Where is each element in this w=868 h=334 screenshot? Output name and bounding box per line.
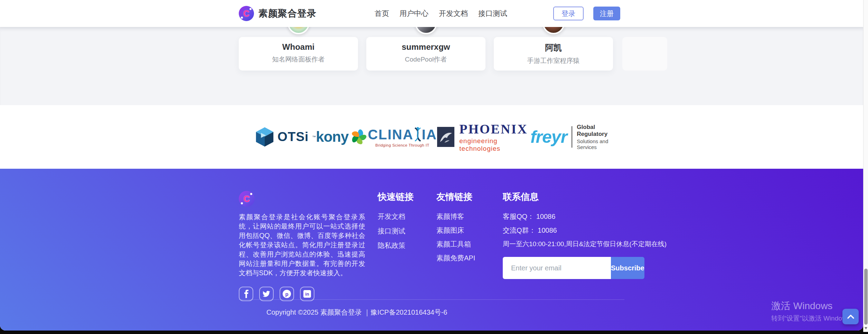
card-user-name: Whoami (239, 42, 358, 52)
nav-item-user-center[interactable]: 用户中心 (399, 9, 428, 18)
logo-letter: C (243, 9, 249, 19)
email-input[interactable] (503, 257, 611, 279)
logo-letter: C (244, 194, 250, 204)
chevron-up-icon (847, 314, 855, 319)
testimonial-card: Whoami 知名网络面板作者 (239, 37, 358, 71)
partner-logo-otsi: OTSi ™ (255, 127, 316, 147)
card-user-desc: 手游工作室程序猿 (494, 56, 613, 65)
webpage: C 素颜聚合登录 首页 用户中心 开发文档 接口测试 登录 注册 (0, 0, 863, 331)
card-user-name: 阿凯 (494, 42, 613, 53)
scroll-to-top-button[interactable] (842, 309, 859, 324)
testimonial-card: 阿凯 手游工作室程序猿 (494, 37, 613, 71)
contact-qq-group: 交流Q群： 10086 (503, 226, 624, 235)
twitter-icon[interactable] (259, 287, 274, 301)
testimonial-row: Whoami 知名网络面板作者 summerxgw CodePool作者 阿凯 … (239, 37, 624, 71)
quick-link-privacy[interactable]: 隐私政策 (378, 241, 426, 250)
newsletter-form: Subscribe (503, 257, 624, 279)
partner-logo-phoenix: PHOENIX engineering technologies (437, 121, 530, 152)
footer-about-text: 素颜聚合登录是社会化账号聚合登录系统，让网站的最终用户可以一站式选择使用包括QQ… (239, 212, 365, 278)
footer-friend-links-column: 友情链接 素颜博客 素颜图床 素颜工具箱 素颜免费API (436, 191, 492, 301)
friend-link-imagebed[interactable]: 素颜图床 (436, 226, 492, 235)
quick-link-api-test[interactable]: 接口测试 (378, 226, 426, 236)
freyr-wordmark: freyr (530, 127, 567, 147)
otsi-trademark: ™ (312, 135, 316, 139)
partner-logos-section: OTSi ™ kony CLINA (0, 105, 863, 169)
quick-links-title: 快速链接 (378, 191, 426, 203)
kony-pinwheel-icon (350, 128, 368, 146)
partner-logo-clinasia: CLINA IA Bridging Science Through IT (368, 127, 437, 147)
quick-link-dev-docs[interactable]: 开发文档 (378, 212, 426, 221)
login-button[interactable]: 登录 (553, 7, 584, 20)
testimonial-section: Whoami 知名网络面板作者 summerxgw CodePool作者 阿凯 … (0, 27, 863, 105)
subscribe-button[interactable]: Subscribe (611, 257, 644, 279)
browser-scrollbar (863, 0, 868, 332)
clinasia-wordmark-left: CLINA (368, 127, 413, 142)
scrollbar-thumb[interactable] (864, 269, 868, 325)
card-user-name: summerxgw (366, 42, 485, 52)
site-logo-icon: C (239, 6, 254, 21)
clinasia-helix-icon (414, 127, 422, 142)
partner-logo-freyr: freyr Global Regulatory Solutions and Se… (530, 124, 608, 150)
footer-logo-icon: C (239, 191, 255, 207)
clinasia-tagline: Bridging Science Through IT (375, 143, 429, 147)
auth-buttons: 登录 注册 (553, 7, 624, 20)
site-title: 素颜聚合登录 (258, 7, 317, 20)
footer-quick-links-column: 快速链接 开发文档 接口测试 隐私政策 (378, 191, 426, 301)
site-footer: C 素颜聚合登录是社会化账号聚合登录系统，让网站的最终用户可以一站式选择使用包括… (0, 169, 863, 331)
otsi-cube-icon (255, 127, 274, 147)
testimonial-card-partial (622, 37, 667, 71)
scrollbar-down-arrow[interactable] (865, 327, 867, 330)
friend-link-toolbox[interactable]: 素颜工具箱 (436, 240, 492, 249)
footer-about-column: C 素颜聚合登录是社会化账号聚合登录系统，让网站的最终用户可以一站式选择使用包括… (239, 191, 365, 301)
card-user-desc: 知名网络面板作者 (239, 55, 358, 64)
pinterest-icon[interactable]: p (280, 287, 294, 301)
friend-links-title: 友情链接 (436, 191, 492, 203)
nav-item-dev-docs[interactable]: 开发文档 (439, 9, 468, 18)
footer-divider (239, 299, 624, 300)
facebook-icon[interactable] (239, 287, 253, 301)
site-header: C 素颜聚合登录 首页 用户中心 开发文档 接口测试 登录 注册 (0, 0, 863, 27)
card-user-desc: CodePool作者 (366, 55, 485, 64)
kony-wordmark: kony (316, 129, 348, 145)
freyr-tagline-line1: Global Regulatory (577, 124, 608, 138)
freyr-tagline-line2: Solutions and Services (577, 138, 608, 150)
freyr-divider-bar (571, 126, 573, 148)
linkedin-icon[interactable]: in (300, 287, 314, 301)
brand[interactable]: C 素颜聚合登录 (239, 6, 317, 21)
friend-link-free-api[interactable]: 素颜免费API (436, 253, 492, 263)
friend-link-blog[interactable]: 素颜博客 (436, 212, 492, 221)
testimonial-card: summerxgw CodePool作者 (366, 37, 485, 71)
clinasia-wordmark-right: IA (422, 127, 437, 142)
footer-contact-column: 联系信息 客服QQ： 10086 交流Q群： 10086 周一至六10:00-2… (503, 191, 624, 301)
main-nav: 首页 用户中心 开发文档 接口测试 (375, 9, 507, 18)
phoenix-wordmark: PHOENIX (459, 121, 530, 137)
partner-logo-kony: kony (316, 128, 368, 146)
contact-qq: 客服QQ： 10086 (503, 212, 624, 221)
phoenix-bird-icon (437, 127, 455, 147)
phoenix-tagline: engineering technologies (459, 137, 530, 152)
contact-title: 联系信息 (503, 191, 624, 203)
copyright-text: Copyright ©2025 素颜聚合登录 ｜豫ICP备2021016434号… (239, 308, 624, 317)
nav-item-home[interactable]: 首页 (375, 9, 389, 18)
browser-viewport: C 素颜聚合登录 首页 用户中心 开发文档 接口测试 登录 注册 (0, 0, 868, 334)
otsi-wordmark: OTSi (277, 130, 309, 144)
register-button[interactable]: 注册 (593, 7, 620, 20)
social-links: p in (239, 287, 365, 301)
contact-hours: 周一至六10:00-21:00,周日&法定节假日休息(不定期在线) (503, 240, 624, 249)
nav-item-api-test[interactable]: 接口测试 (478, 9, 507, 18)
